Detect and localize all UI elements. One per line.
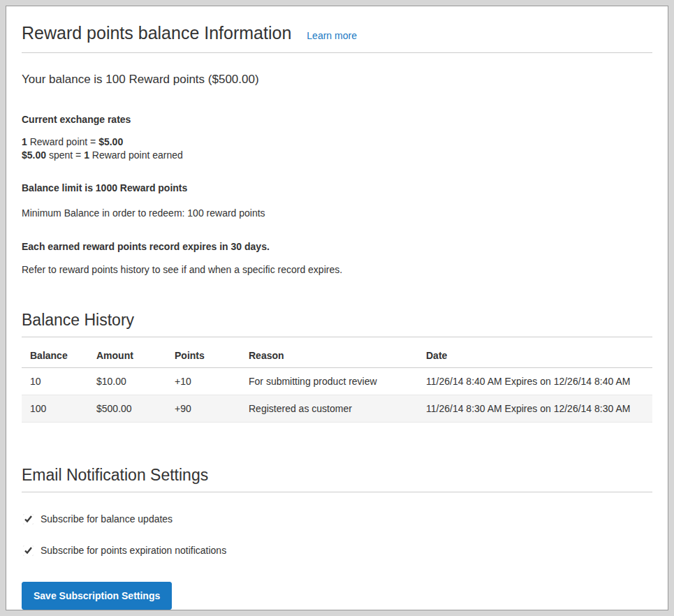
cell-amount: $10.00 <box>96 368 175 395</box>
balance-updates-checkbox[interactable] <box>23 514 34 525</box>
save-subscription-settings-button[interactable]: Save Subscription Settings <box>22 582 172 610</box>
table-header-row: Balance Amount Points Reason Date <box>22 344 652 368</box>
exchange-line2-text-b: Reward point earned <box>89 149 183 161</box>
balance-summary: Your balance is 100 Reward points ($500.… <box>22 73 652 87</box>
cell-points: +10 <box>175 368 249 395</box>
column-header-balance: Balance <box>22 344 96 368</box>
cell-reason: For submitting product review <box>249 368 426 395</box>
minimum-balance-text: Minimum Balance in order to redeem: 100 … <box>22 207 652 220</box>
exchange-line2-points: 1 <box>84 149 89 161</box>
expiration-notifications-label[interactable]: Subscribe for points expiration notifica… <box>41 545 226 556</box>
email-settings-header: Email Notification Settings <box>22 466 652 492</box>
column-header-reason: Reason <box>249 344 426 368</box>
column-header-points: Points <box>175 344 249 368</box>
cell-date: 11/26/14 8:40 AM Expires on 12/26/14 8:4… <box>426 368 652 395</box>
learn-more-link[interactable]: Learn more <box>307 30 357 41</box>
balance-updates-option: Subscribe for balance updates <box>22 513 652 525</box>
exchange-line2-value: $5.00 <box>22 149 46 161</box>
balance-history-header: Balance History <box>22 311 652 337</box>
exchange-line2-text-a: spent = <box>46 149 84 161</box>
table-row: 10 $10.00 +10 For submitting product rev… <box>22 368 652 395</box>
table-row: 100 $500.00 +90 Registered as customer 1… <box>22 395 652 423</box>
exchange-line1-text: Reward point = <box>27 136 98 147</box>
balance-limit-text: Balance limit is 1000 Reward points <box>22 182 652 195</box>
expiry-text: Each earned reward points record expires… <box>22 240 652 254</box>
expiry-note-text: Refer to reward points history to see if… <box>22 263 652 277</box>
page-header: Reward points balance Information Learn … <box>22 6 652 53</box>
exchange-rates-lines: 1 Reward point = $5.00 $5.00 spent = 1 R… <box>22 135 652 162</box>
cell-reason: Registered as customer <box>249 395 426 423</box>
reward-points-card: Reward points balance Information Learn … <box>6 6 668 610</box>
exchange-rate-line-1: 1 Reward point = $5.00 <box>22 135 652 149</box>
exchange-line1-points: 1 <box>22 136 27 147</box>
cell-date: 11/26/14 8:30 AM Expires on 12/26/14 8:3… <box>426 395 652 423</box>
cell-points: +90 <box>175 395 249 423</box>
cell-balance: 100 <box>22 395 96 423</box>
balance-history-heading: Balance History <box>22 311 652 330</box>
cell-balance: 10 <box>22 368 96 395</box>
expiration-notifications-checkbox[interactable] <box>23 545 34 556</box>
balance-updates-label[interactable]: Subscribe for balance updates <box>41 513 173 525</box>
column-header-amount: Amount <box>96 344 175 368</box>
expiration-notifications-option: Subscribe for points expiration notifica… <box>22 545 652 556</box>
exchange-rate-line-2: $5.00 spent = 1 Reward point earned <box>22 149 652 162</box>
exchange-line1-value: $5.00 <box>98 136 123 147</box>
email-settings-heading: Email Notification Settings <box>22 466 652 485</box>
column-header-date: Date <box>426 344 652 368</box>
exchange-rates-heading: Current exchange rates <box>22 113 652 126</box>
page-title: Reward points balance Information <box>22 23 291 43</box>
cell-amount: $500.00 <box>96 395 175 423</box>
balance-history-table: Balance Amount Points Reason Date 10 $10… <box>22 344 652 423</box>
